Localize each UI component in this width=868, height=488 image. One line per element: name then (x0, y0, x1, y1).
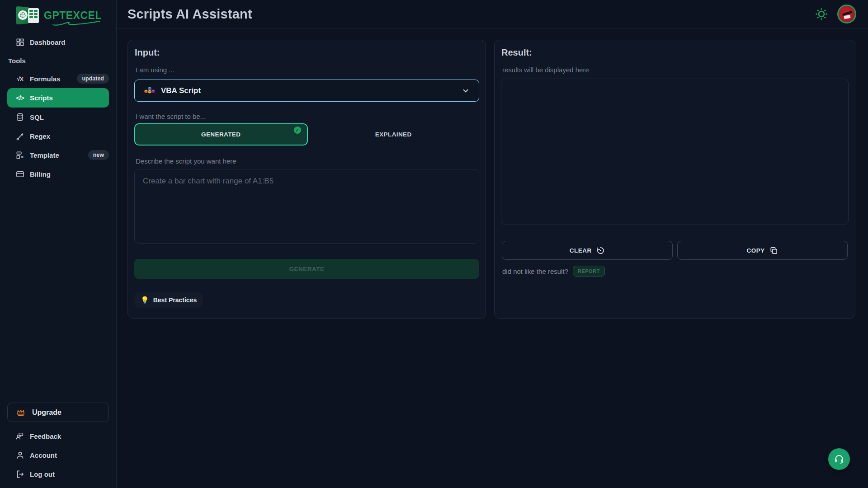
support-chat-button[interactable] (828, 448, 850, 470)
sidebar-item-label: Scripts (30, 94, 53, 102)
sidebar-nav: Dashboard Tools √x Formulas updated </> … (0, 33, 116, 183)
result-panel: Result: results will be displayed here C… (494, 40, 855, 319)
check-icon: ✓ (294, 127, 301, 134)
copy-button[interactable]: COPY (677, 241, 848, 260)
cubes-icon (144, 86, 156, 96)
gptexcel-logo-icon (16, 6, 40, 25)
sidebar-item-formulas[interactable]: √x Formulas updated (0, 69, 116, 88)
sidebar-item-billing[interactable]: Billing (0, 164, 116, 183)
sidebar: GPTEXCEL Dashboard Tools √x Formulas upd… (0, 0, 117, 488)
report-prompt: did not like the result? (502, 267, 568, 275)
sidebar-item-regex[interactable]: Regex (0, 127, 116, 145)
sidebar-item-label: Template (30, 151, 59, 159)
sidebar-item-label: Dashboard (30, 38, 65, 46)
sidebar-item-label: Account (30, 451, 57, 459)
upgrade-button[interactable]: Upgrade (7, 403, 109, 422)
mode-generated-button[interactable]: GENERATED ✓ (134, 123, 308, 145)
sidebar-item-label: Feedback (30, 432, 61, 440)
mode-generated-label: GENERATED (201, 131, 241, 138)
crown-icon (16, 408, 26, 418)
top-header: Scripts AI Assistant (117, 0, 868, 28)
result-output-box (501, 79, 849, 225)
sidebar-item-feedback[interactable]: Feedback (0, 427, 116, 446)
sidebar-item-label: Formulas (30, 75, 61, 83)
template-icon (15, 150, 24, 160)
lightbulb-icon: 💡 (141, 296, 149, 304)
describe-label: Describe the script you want here (136, 157, 236, 165)
clear-button[interactable]: CLEAR (502, 241, 673, 260)
result-panel-title: Result: (501, 47, 532, 58)
brand-logo[interactable]: GPTEXCEL (0, 0, 116, 26)
report-button[interactable]: REPORT (573, 266, 605, 277)
upgrade-label: Upgrade (32, 408, 61, 417)
code-icon: </> (15, 94, 24, 103)
sqrt-x-icon: √x (15, 74, 24, 83)
result-placeholder-label: results will be displayed here (502, 66, 589, 74)
input-panel-title: Input: (135, 47, 160, 58)
mode-label: I want the script to be... (136, 113, 206, 120)
mode-toggle: GENERATED ✓ EXPLAINED (134, 123, 479, 145)
generate-button[interactable]: GENERATE (134, 259, 479, 279)
logout-icon (15, 469, 24, 479)
brand-name: GPTEXCEL (44, 9, 102, 21)
sidebar-item-dashboard[interactable]: Dashboard (0, 33, 116, 52)
billing-card-icon (15, 169, 24, 178)
dashboard-icon (15, 38, 24, 47)
account-person-icon (15, 450, 24, 460)
copy-label: COPY (747, 247, 765, 254)
page-title: Scripts AI Assistant (127, 7, 252, 22)
best-practices-button[interactable]: 💡 Best Practices (134, 292, 203, 308)
user-avatar[interactable] (837, 5, 856, 23)
sidebar-item-account[interactable]: Account (0, 446, 116, 465)
reset-history-icon (596, 246, 605, 255)
sidebar-item-label: Log out (30, 470, 55, 478)
sidebar-section-tools: Tools (0, 52, 116, 69)
sidebar-item-label: Regex (30, 132, 50, 140)
new-badge: new (88, 150, 109, 160)
copy-icon (769, 246, 778, 255)
result-actions: CLEAR COPY (502, 241, 848, 260)
script-type-dropdown[interactable]: VBA Script (134, 80, 479, 102)
input-panel: Input: I am using ... VBA Script I want … (127, 40, 486, 319)
theme-toggle-sun-icon[interactable] (814, 6, 829, 22)
mode-explained-button[interactable]: EXPLAINED (308, 123, 480, 145)
chevron-down-icon (462, 87, 470, 95)
logo-swoosh (52, 20, 101, 27)
best-practices-label: Best Practices (153, 296, 197, 304)
sidebar-footer: Upgrade Feedback Account Log out (0, 403, 116, 483)
sidebar-item-label: SQL (30, 113, 44, 121)
sidebar-item-sql[interactable]: SQL (0, 108, 116, 127)
dropdown-selected-value: VBA Script (161, 86, 201, 95)
using-label: I am using ... (136, 66, 175, 74)
clear-label: CLEAR (570, 247, 592, 254)
updated-badge: updated (77, 74, 109, 84)
brain-icon (18, 10, 28, 20)
database-icon (15, 113, 24, 122)
feedback-icon (15, 432, 24, 441)
sidebar-item-label: Billing (30, 170, 51, 178)
regex-icon (15, 131, 24, 141)
script-description-input[interactable] (134, 169, 479, 244)
mode-explained-label: EXPLAINED (375, 131, 412, 138)
sidebar-item-scripts[interactable]: </> Scripts (7, 88, 109, 108)
sidebar-item-logout[interactable]: Log out (0, 465, 116, 483)
report-row: did not like the result? REPORT (502, 266, 605, 277)
sidebar-item-template[interactable]: Template new (0, 145, 116, 164)
headset-icon (834, 454, 844, 465)
